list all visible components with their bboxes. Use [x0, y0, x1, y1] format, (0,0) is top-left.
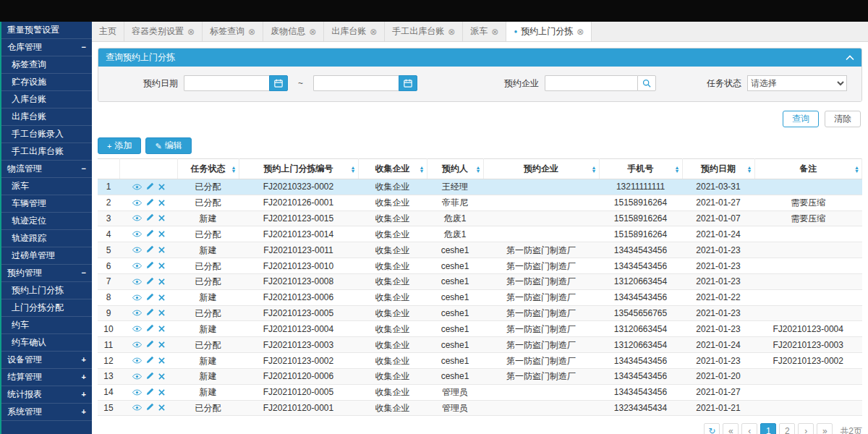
date-from-input[interactable] — [184, 75, 269, 91]
sidebar-item[interactable]: 上门分拣分配 — [1, 299, 92, 317]
date-to-input[interactable] — [313, 75, 399, 91]
edit-row-icon[interactable] — [146, 372, 154, 382]
delete-row-icon[interactable] — [158, 182, 165, 192]
tab-item[interactable]: 派车⊗ — [463, 22, 506, 41]
sidebar-item[interactable]: 设备管理+ — [1, 352, 92, 369]
delete-row-icon[interactable] — [158, 340, 165, 350]
column-header[interactable]: 预约上门分拣编号▲▼ — [239, 159, 358, 179]
prev-page-button[interactable]: ‹ — [741, 423, 757, 434]
view-icon[interactable] — [132, 388, 142, 398]
date-to-calendar-button[interactable] — [399, 75, 417, 91]
sort-icon[interactable]: ▲▼ — [747, 166, 752, 173]
sort-icon[interactable]: ▲▼ — [854, 166, 859, 173]
company-input[interactable] — [545, 75, 637, 91]
column-header[interactable]: 收集企业▲▼ — [358, 159, 427, 179]
delete-row-icon[interactable] — [158, 198, 165, 208]
edit-row-icon[interactable] — [146, 277, 154, 287]
tab-close-icon[interactable]: ⊗ — [448, 27, 455, 37]
table-row[interactable]: 6已分配FJ20210123-0010收集企业ceshe1第一防盗门制造厂134… — [98, 258, 862, 274]
refresh-button[interactable]: ↻ — [704, 423, 720, 434]
edit-row-icon[interactable] — [146, 182, 154, 192]
view-icon[interactable] — [132, 403, 142, 413]
sidebar-item[interactable]: 预约上门分拣 — [1, 282, 92, 299]
sidebar-item[interactable]: 统计报表+ — [1, 386, 92, 404]
tab-close-icon[interactable]: ⊗ — [370, 27, 377, 37]
table-row[interactable]: 12新建FJ20210123-0002收集企业ceshe1第一防盗门制造厂134… — [98, 353, 862, 369]
view-icon[interactable] — [132, 372, 142, 382]
delete-row-icon[interactable] — [158, 229, 165, 239]
column-header[interactable]: 任务状态▲▼ — [177, 159, 239, 179]
table-row[interactable]: 14新建FJ20210120-0005收集企业管理员13434543456202… — [98, 384, 862, 400]
view-icon[interactable] — [132, 229, 142, 239]
view-icon[interactable] — [132, 340, 142, 350]
edit-row-icon[interactable] — [146, 324, 154, 334]
sort-icon[interactable]: ▲▼ — [420, 166, 425, 173]
view-icon[interactable] — [132, 198, 142, 208]
next-page-button[interactable]: › — [798, 423, 814, 434]
delete-row-icon[interactable] — [158, 324, 165, 334]
sort-icon[interactable]: ▲▼ — [476, 166, 481, 173]
clear-button[interactable]: 清除 — [825, 111, 861, 127]
table-row[interactable]: 4已分配FJ20210123-0014收集企业危废115158916264202… — [98, 226, 862, 242]
view-icon[interactable] — [132, 324, 142, 334]
edit-row-icon[interactable] — [146, 308, 154, 318]
search-panel-header[interactable]: 查询预约上门分拣 — [98, 48, 861, 67]
company-search-button[interactable] — [637, 75, 656, 91]
sidebar-item[interactable]: 手工出库台账 — [1, 143, 92, 161]
sidebar-item[interactable]: 系统管理+ — [1, 404, 92, 421]
edit-button[interactable]: ✎ 编辑 — [145, 137, 191, 154]
last-page-button[interactable]: » — [817, 423, 833, 434]
edit-row-icon[interactable] — [146, 245, 154, 255]
column-header[interactable]: 手机号▲▼ — [599, 159, 682, 179]
table-row[interactable]: 2已分配FJ20210126-0001收集企业帝菲尼15158916264202… — [98, 195, 862, 210]
page-button[interactable]: 2 — [779, 423, 795, 434]
sidebar-item[interactable]: 约车确认 — [1, 334, 92, 352]
tab-close-icon[interactable]: ⊗ — [309, 27, 316, 37]
table-row[interactable]: 15已分配FJ20210120-0001收集企业管理员1323434543420… — [98, 400, 862, 416]
edit-row-icon[interactable] — [146, 388, 154, 398]
view-icon[interactable] — [132, 277, 142, 287]
table-row[interactable]: 10新建FJ20210123-0004收集企业ceshe1第一防盗门制造厂131… — [98, 321, 862, 337]
view-icon[interactable] — [132, 293, 142, 303]
delete-row-icon[interactable] — [158, 403, 165, 413]
tab-item[interactable]: 标签查询⊗ — [203, 22, 263, 41]
view-icon[interactable] — [132, 261, 142, 271]
sidebar-item[interactable]: 入库台账 — [1, 91, 92, 109]
edit-row-icon[interactable] — [146, 403, 154, 413]
sidebar-item[interactable]: 标签查询 — [1, 56, 92, 74]
query-button[interactable]: 查询 — [783, 111, 819, 127]
tab-item[interactable]: 容器类别设置⊗ — [124, 22, 203, 41]
tab-active[interactable]: ●预约上门分拣⊗ — [506, 22, 592, 41]
edit-row-icon[interactable] — [146, 229, 154, 239]
view-icon[interactable] — [132, 308, 142, 318]
tab-close-icon[interactable]: ⊗ — [576, 27, 584, 37]
sidebar-item[interactable]: 预约管理− — [1, 265, 92, 282]
sidebar-item[interactable]: 重量预警设置 — [1, 22, 92, 39]
edit-row-icon[interactable] — [146, 261, 154, 271]
table-row[interactable]: 1已分配FJ20210323-0002收集企业王经理13211111111202… — [98, 179, 862, 195]
tab-close-icon[interactable]: ⊗ — [248, 27, 255, 37]
sort-icon[interactable]: ▲▼ — [231, 166, 237, 173]
edit-row-icon[interactable] — [146, 356, 154, 366]
sidebar-item[interactable]: 手工台账录入 — [1, 126, 92, 143]
sidebar-item[interactable]: 过磅单管理 — [1, 247, 92, 265]
sort-icon[interactable]: ▲▼ — [351, 166, 356, 173]
add-button[interactable]: + 添加 — [98, 137, 141, 154]
column-header[interactable]: 备注▲▼ — [754, 159, 862, 179]
sidebar-item[interactable]: 结算管理+ — [1, 369, 92, 386]
edit-row-icon[interactable] — [146, 293, 154, 303]
sidebar-item[interactable]: 物流管理− — [1, 161, 92, 178]
collapse-chevron-icon[interactable] — [846, 53, 854, 63]
table-row[interactable]: 7已分配FJ20210123-0008收集企业ceshe1第一防盗门制造厂131… — [98, 273, 862, 289]
view-icon[interactable] — [132, 245, 142, 255]
table-row[interactable]: 5新建FJ20210123-0011收集企业ceshe1第一防盗门制造厂1343… — [98, 242, 862, 258]
table-row[interactable]: 13新建FJ20210120-0006收集企业ceshe1第一防盗门制造厂134… — [98, 368, 862, 384]
page-button[interactable]: 1 — [760, 423, 776, 434]
sidebar-item[interactable]: 出库台账 — [1, 109, 92, 126]
status-select[interactable]: 请选择 — [747, 75, 847, 91]
view-icon[interactable] — [132, 356, 142, 366]
edit-row-icon[interactable] — [146, 213, 154, 224]
sidebar-item[interactable]: 轨迹定位 — [1, 213, 92, 230]
delete-row-icon[interactable] — [158, 356, 165, 366]
sort-icon[interactable]: ▲▼ — [675, 166, 680, 173]
